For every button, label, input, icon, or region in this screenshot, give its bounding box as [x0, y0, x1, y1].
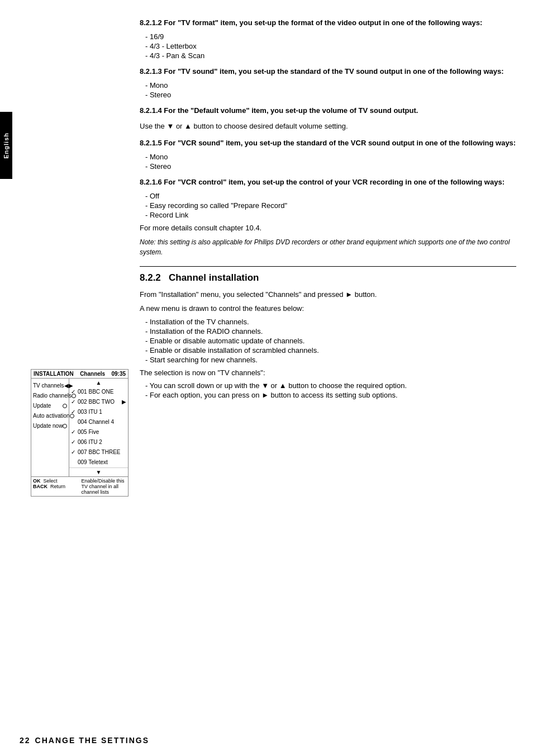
list-item: For each option, you can press on ► butt… [145, 391, 516, 399]
page-footer: 22 CHANGE THE SETTINGS [20, 736, 516, 745]
list-item: 4/3 - Pan & Scan [145, 51, 516, 60]
menu-title-channels: Channels [80, 371, 105, 377]
heading-8216: 8.2.1.6 For "VCR control" item, you set-… [140, 177, 516, 187]
list-item: Enable or disable installation of scramb… [145, 346, 516, 355]
channel-scroll-down: ▼ [69, 467, 128, 476]
menu-item-update-now: Update now [33, 421, 67, 431]
list-item: ✓ 007 BBC THREE [69, 447, 128, 457]
heading-822: 8.2.2 Channel installation [140, 272, 516, 284]
para-822-3: The selection is now on "TV channels": [140, 367, 516, 379]
list-item: ✓ 006 ITU 2 [69, 437, 128, 447]
section-divider [140, 266, 516, 267]
list-822: Installation of the TV channels. Install… [145, 318, 516, 364]
para-8214: Use the ▼ or ▲ button to choose desired … [140, 121, 516, 132]
language-label: English [3, 133, 9, 159]
heading-8215: 8.2.1.5 For "VCR sound" item, you set-up… [140, 138, 516, 148]
menu-item-auto-activation: Auto activation [33, 411, 67, 421]
menu-title-installation: INSTALLATION [34, 371, 74, 377]
list-822-2: You can scroll down or up with the ▼ or … [145, 381, 516, 399]
list-item: ✓ 005 Five [69, 427, 128, 437]
page-number: 22 [20, 736, 31, 745]
list-item: 009 Teletext [69, 457, 128, 467]
list-item: Easy recording so called "Prepare Record… [145, 201, 516, 210]
list-item: Stereo [145, 162, 516, 171]
list-8216: Off Easy recording so called "Prepare Re… [145, 192, 516, 219]
para-822-1: From "Installation" menu, you selected "… [140, 289, 516, 300]
list-item: Installation of the TV channels. [145, 318, 516, 326]
heading-8212: 8.2.1.2 For "TV format" item, you set-up… [140, 18, 516, 28]
left-column: INSTALLATION Channels 09:35 TV channels … [31, 11, 134, 497]
list-item: Installation of the RADIO channels. [145, 327, 516, 336]
list-item: 4/3 - Letterbox [145, 42, 516, 50]
list-item: Start searching for new channels. [145, 356, 516, 364]
menu-item-update: Update [33, 401, 67, 411]
menu-item-tv-channels: TV channels ◀▶ [33, 381, 67, 391]
list-item: Off [145, 192, 516, 200]
list-8213: Mono Stereo [145, 81, 516, 99]
language-tab: English [0, 112, 12, 179]
list-item: ✓ 001 BBC ONE [69, 387, 128, 397]
list-item: Stereo [145, 91, 516, 99]
update-now-circle [63, 424, 67, 428]
list-item: Enable or disable automatic update of ch… [145, 337, 516, 345]
list-item: 16/9 [145, 32, 516, 41]
right-column: 8.2.1.2 For "TV format" item, you set-up… [134, 11, 516, 497]
menu-screenshot: INSTALLATION Channels 09:35 TV channels … [31, 369, 129, 497]
list-item: ✓ 003 ITU 1 [69, 407, 128, 417]
list-item: ✓ 002 BBC TWO ▶ [69, 397, 128, 407]
menu-right-panel: ▲ ✓ 001 BBC ONE ✓ 002 BBC TWO ▶ ✓ [69, 379, 128, 476]
list-item: Mono [145, 81, 516, 89]
para-8216-detail: For more details consult chapter 10.4. [140, 223, 516, 234]
note-8216: Note: this setting is also applicable fo… [140, 237, 516, 257]
list-8212: 16/9 4/3 - Letterbox 4/3 - Pan & Scan [145, 32, 516, 60]
menu-body: TV channels ◀▶ Radio channels Update Aut… [31, 379, 128, 476]
menu-time: 09:35 [111, 371, 126, 377]
list-item: 004 Channel 4 [69, 417, 128, 427]
menu-top-bar: INSTALLATION Channels 09:35 [31, 370, 128, 379]
list-item: You can scroll down or up with the ▼ or … [145, 381, 516, 390]
heading-8213: 8.2.1.3 For "TV sound" item, you set-up … [140, 67, 516, 77]
menu-footer-left: OK Select BACK Return [33, 478, 78, 495]
menu-footer: OK Select BACK Return Enable/Disable thi… [31, 476, 128, 496]
list-8215: Mono Stereo [145, 153, 516, 171]
menu-footer-right: Enable/Disable this TV channel in all ch… [82, 478, 127, 495]
channel-arrow-icon: ▶ [122, 398, 126, 407]
channel-list: ✓ 001 BBC ONE ✓ 002 BBC TWO ▶ ✓ 003 ITU … [69, 387, 128, 467]
menu-left-panel: TV channels ◀▶ Radio channels Update Aut… [31, 379, 69, 476]
para-822-2: A new menu is drawn to control the featu… [140, 303, 516, 314]
heading-8214: 8.2.1.4 For the "Default volume" item, y… [140, 106, 516, 116]
list-item: Mono [145, 153, 516, 161]
menu-item-radio-channels: Radio channels [33, 391, 67, 401]
channel-scroll-up: ▲ [69, 379, 128, 387]
update-circle [63, 404, 67, 408]
list-item: Record Link [145, 211, 516, 219]
page-title: CHANGE THE SETTINGS [35, 736, 149, 745]
